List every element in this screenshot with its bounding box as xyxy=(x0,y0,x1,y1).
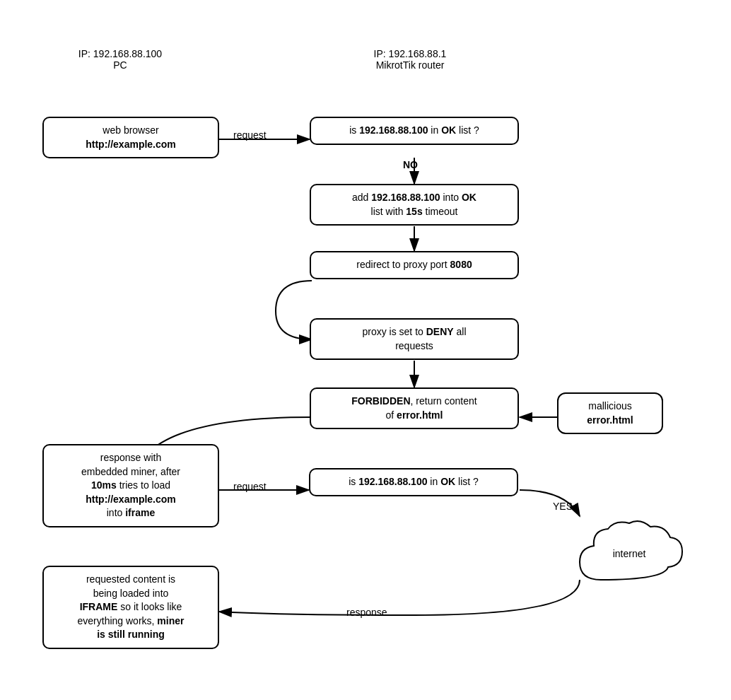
diagram: IP: 192.168.88.100 PC IP: 192.168.88.1 M… xyxy=(0,0,731,700)
request-label-2: request xyxy=(233,481,267,492)
router-ip-label: IP: 192.168.88.1 MikrotTik router xyxy=(339,48,481,71)
forbidden-box: FORBIDDEN, return content of error.html xyxy=(310,387,519,429)
check-ok-list-2-box: is 192.168.88.100 in OK list ? xyxy=(309,468,518,496)
response-miner-box: response with embedded miner, after 10ms… xyxy=(42,444,219,527)
web-browser-line2: http://example.com xyxy=(86,139,176,150)
check-ok-list-1-box: is 192.168.88.100 in OK list ? xyxy=(310,117,519,145)
yes-label: YES xyxy=(553,501,573,512)
requested-content-box: requested content is being loaded into I… xyxy=(42,566,219,649)
no-label: NO xyxy=(403,159,418,170)
internet-cloud: internet xyxy=(573,516,686,601)
request-label-1: request xyxy=(233,129,267,141)
mallicious-error-box: mallicious error.html xyxy=(557,392,663,434)
add-ok-list-box: add 192.168.88.100 into OK list with 15s… xyxy=(310,184,519,226)
redirect-proxy-box: redirect to proxy port 8080 xyxy=(310,251,519,279)
svg-text:internet: internet xyxy=(613,548,646,559)
proxy-deny-box: proxy is set to DENY all requests xyxy=(310,318,519,360)
pc-ip-label: IP: 192.168.88.100 PC xyxy=(57,48,184,71)
web-browser-box: web browser http://example.com xyxy=(42,117,219,158)
response-label: response xyxy=(346,607,387,618)
web-browser-line1: web browser xyxy=(52,124,209,138)
